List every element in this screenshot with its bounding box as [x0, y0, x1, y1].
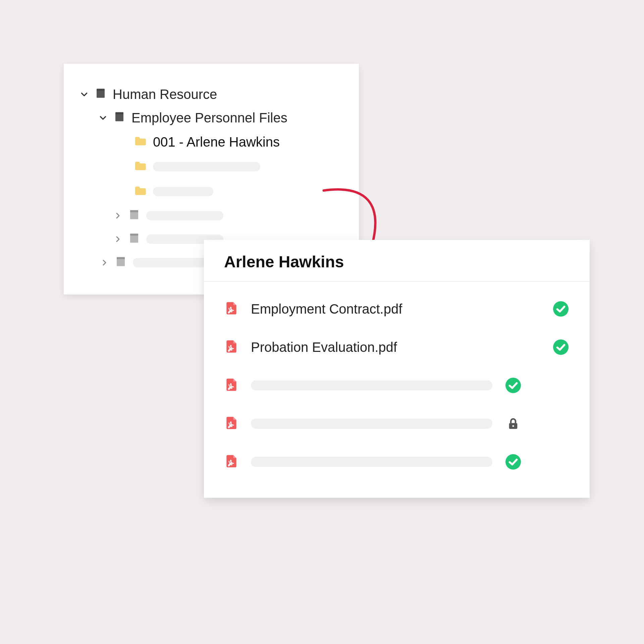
tree-node-label: 001 - Arlene Hawkins — [153, 135, 280, 149]
placeholder-bar — [146, 211, 223, 220]
file-row[interactable] — [224, 366, 570, 405]
tree-node-placeholder[interactable] — [80, 179, 343, 204]
file-row[interactable] — [224, 443, 570, 481]
book-icon — [128, 232, 140, 246]
file-row[interactable]: Employment Contract.pdf — [224, 290, 570, 328]
check-icon — [504, 454, 522, 470]
lock-icon — [504, 416, 522, 432]
file-name: Probation Evaluation.pdf — [251, 340, 397, 355]
pdf-icon — [224, 452, 239, 472]
folder-icon — [133, 159, 147, 174]
folder-icon — [133, 134, 147, 150]
pdf-icon — [224, 376, 239, 395]
book-icon — [113, 111, 125, 125]
chevron-down-icon[interactable] — [99, 113, 107, 122]
tree-node-selected-folder[interactable]: 001 - Arlene Hawkins — [80, 129, 343, 154]
chevron-down-icon[interactable] — [80, 90, 89, 99]
check-icon — [504, 378, 522, 393]
placeholder-bar — [251, 419, 492, 429]
file-row[interactable] — [224, 405, 570, 443]
tree-node-child[interactable]: Employee Personnel Files — [80, 106, 343, 129]
tree-node-placeholder[interactable] — [80, 154, 343, 179]
tree-node-root[interactable]: Human Resource — [80, 83, 343, 106]
file-row[interactable]: Probation Evaluation.pdf — [224, 328, 570, 366]
file-list: Employment Contract.pdf Probation Evalua… — [204, 282, 590, 498]
file-detail-panel: Arlene Hawkins Employment Contract.pdf P… — [204, 240, 590, 498]
file-name: Employment Contract.pdf — [251, 302, 402, 317]
tree-node-label: Employee Personnel Files — [131, 111, 287, 124]
placeholder-bar — [153, 162, 260, 171]
placeholder-bar — [251, 380, 492, 390]
check-icon — [552, 301, 570, 317]
check-icon — [552, 339, 570, 355]
pdf-icon — [224, 414, 239, 433]
chevron-right-icon[interactable] — [113, 235, 122, 244]
chevron-right-icon[interactable] — [100, 258, 109, 267]
chevron-right-icon[interactable] — [113, 211, 122, 220]
book-icon — [115, 256, 127, 270]
pdf-icon — [224, 337, 239, 357]
tree-node-placeholder[interactable] — [80, 204, 343, 227]
placeholder-bar — [251, 457, 492, 467]
placeholder-bar — [133, 258, 210, 267]
placeholder-bar — [153, 187, 213, 196]
book-icon — [95, 87, 107, 101]
detail-title: Arlene Hawkins — [204, 240, 590, 282]
pdf-icon — [224, 299, 239, 319]
folder-icon — [133, 184, 147, 199]
book-icon — [128, 209, 140, 223]
tree-node-label: Human Resource — [113, 88, 217, 101]
